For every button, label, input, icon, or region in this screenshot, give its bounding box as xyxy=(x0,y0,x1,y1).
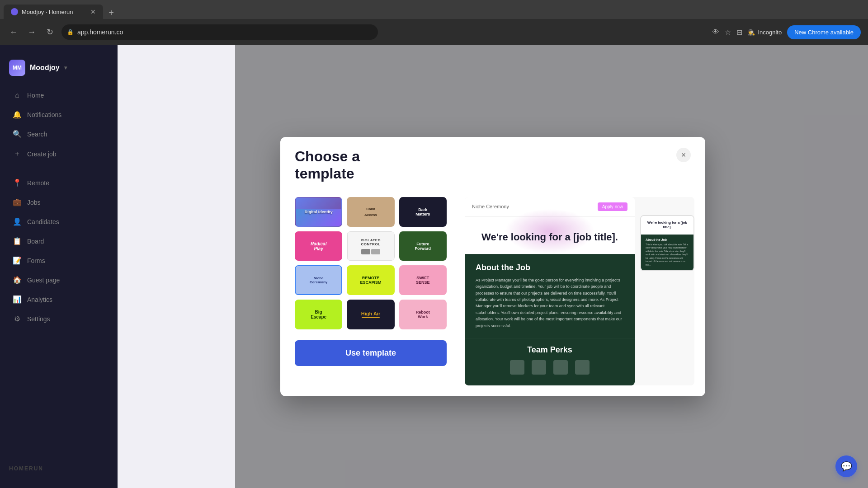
sidebar-section xyxy=(0,165,118,172)
template-card-dark-matters[interactable]: DarkMatters xyxy=(399,197,447,227)
sidebar-item-label: Remote xyxy=(27,179,49,187)
active-tab[interactable]: Moodjoy · Homerun ✕ xyxy=(4,5,103,19)
preview-perks: Team Perks xyxy=(465,338,635,385)
analytics-icon: 📊 xyxy=(13,295,22,304)
chat-icon: 💬 xyxy=(841,461,852,472)
lock-icon: 🔒 xyxy=(67,29,74,35)
preview-apply-button[interactable]: Apply now xyxy=(598,202,627,211)
guest-page-icon: 🏠 xyxy=(13,276,22,284)
sidebar-item-label: Analytics xyxy=(27,296,52,303)
sidebar-item-label: Jobs xyxy=(27,199,41,206)
toolbar-actions: 👁 ☆ ⊟ 🕵 Incognito New Chrome available xyxy=(712,25,861,39)
tracking-icon[interactable]: 👁 xyxy=(712,28,719,36)
template-card-swift-sense[interactable]: SWIFTSENSE xyxy=(399,265,447,295)
preview-company-name: Niche Ceremony xyxy=(472,204,509,209)
back-button[interactable]: ← xyxy=(7,28,20,37)
sidebar-item-label: Guest page xyxy=(27,277,60,284)
incognito-icon: 🕵 xyxy=(748,29,755,36)
sidebar-item-label: Create job xyxy=(27,150,57,158)
sidebar-icon[interactable]: ⊟ xyxy=(736,28,742,37)
modal-body: Digital Identity Calm Access DarkMatters xyxy=(280,190,705,396)
choose-template-modal: Choose atemplate × Digital Identity xyxy=(280,137,705,396)
preview-hero-title: We're looking for a [job title]. xyxy=(476,231,624,243)
tab-title: Moodjoy · Homerun xyxy=(22,9,73,15)
preview-mobile-about: About the Job This is where you talk abo… xyxy=(641,235,693,271)
sidebar: MM Moodjoy ▾ ⌂ Home 🔔 Notifications 🔍 Se… xyxy=(0,45,118,488)
preview-perks-title: Team Perks xyxy=(476,345,624,355)
preview-perks-icons xyxy=(476,360,624,378)
perk-icon-4 xyxy=(575,360,590,375)
sidebar-item-label: Notifications xyxy=(27,111,61,118)
new-chrome-button[interactable]: New Chrome available xyxy=(787,25,861,39)
template-grid: Digital Identity Calm Access DarkMatters xyxy=(295,197,447,329)
template-card-digital-identity[interactable]: Digital Identity xyxy=(295,197,342,227)
preview-mobile: We're looking for a [job title]. About t… xyxy=(640,215,694,271)
brand-avatar: MM xyxy=(9,60,25,76)
sidebar-item-home[interactable]: ⌂ Home xyxy=(4,87,114,104)
sidebar-item-settings[interactable]: ⚙ Settings xyxy=(4,310,114,328)
browser-toolbar: ← → ↻ 🔒 app.homerun.co 👁 ☆ ⊟ 🕵 Incognito… xyxy=(0,19,868,45)
sidebar-item-board[interactable]: 📋 Board xyxy=(4,232,114,250)
sidebar-item-label: Forms xyxy=(27,257,45,264)
incognito-label: Incognito xyxy=(758,29,782,36)
perk-icon-2 xyxy=(532,360,546,375)
preview-side: Niche Ceremony Apply now We're looking f… xyxy=(461,190,705,396)
sidebar-brand: MM Moodjoy ▾ xyxy=(0,54,118,85)
sidebar-item-notifications[interactable]: 🔔 Notifications xyxy=(4,106,114,123)
modal-title: Choose atemplate xyxy=(295,148,360,183)
sidebar-item-create-job[interactable]: ＋ Create job xyxy=(4,145,114,163)
sidebar-item-label: Settings xyxy=(27,315,50,323)
remote-icon: 📍 xyxy=(13,178,22,187)
modal-close-button[interactable]: × xyxy=(676,148,691,162)
sidebar-item-jobs[interactable]: 💼 Jobs xyxy=(4,193,114,211)
sidebar-item-forms[interactable]: 📝 Forms xyxy=(4,252,114,269)
create-job-icon: ＋ xyxy=(13,149,22,159)
template-card-isolated-control[interactable]: ISOLATEDCONTROL xyxy=(347,231,394,261)
preview-mobile-hero: We're looking for a [job title]. xyxy=(641,216,693,235)
address-bar[interactable]: 🔒 app.homerun.co xyxy=(61,24,378,40)
settings-icon: ⚙ xyxy=(13,314,22,323)
browser-chrome: Moodjoy · Homerun ✕ + ← → ↻ 🔒 app.homeru… xyxy=(0,0,868,45)
preview-mobile-about-title: About the Job xyxy=(646,238,689,241)
preview-hero: We're looking for a [job title]. xyxy=(465,217,635,254)
reload-button[interactable]: ↻ xyxy=(43,27,56,37)
sidebar-item-guest-page[interactable]: 🏠 Guest page xyxy=(4,271,114,289)
template-card-future-forward[interactable]: FutureForward xyxy=(399,231,447,261)
template-card-radical-play[interactable]: RadicalPlay xyxy=(295,231,342,261)
incognito-button[interactable]: 🕵 Incognito xyxy=(748,29,782,36)
brand-name: Moodjoy xyxy=(30,64,60,72)
home-icon: ⌂ xyxy=(13,91,22,99)
main-area: MM Moodjoy ▾ ⌂ Home 🔔 Notifications 🔍 Se… xyxy=(0,45,868,488)
modal-header: Choose atemplate × xyxy=(280,137,705,190)
tab-close-button[interactable]: ✕ xyxy=(90,8,96,15)
sidebar-item-analytics[interactable]: 📊 Analytics xyxy=(4,291,114,308)
preview-about-title: About the Job xyxy=(476,263,624,272)
content-area: Choose atemplate × Digital Identity xyxy=(118,45,868,488)
preview-about-text: As Project Manager you'll be the go-to p… xyxy=(476,277,624,329)
template-card-calm-access[interactable]: Calm Access xyxy=(347,197,394,227)
chat-button[interactable]: 💬 xyxy=(835,455,857,477)
template-card-high-air[interactable]: High Air xyxy=(347,300,394,329)
use-template-button[interactable]: Use template xyxy=(295,340,447,366)
perk-icon-3 xyxy=(553,360,568,375)
new-tab-button[interactable]: + xyxy=(105,6,118,19)
tab-bar: Moodjoy · Homerun ✕ + xyxy=(0,0,868,19)
preview-container: Niche Ceremony Apply now We're looking f… xyxy=(465,197,694,385)
forward-button[interactable]: → xyxy=(25,28,38,37)
preview-mobile-hero-title: We're looking for a [job title]. xyxy=(646,221,689,230)
template-card-remote-escapism[interactable]: REMOTEESCAPISM xyxy=(347,265,394,295)
notifications-icon: 🔔 xyxy=(13,110,22,119)
template-card-big-escape[interactable]: BigEscape xyxy=(295,300,342,329)
template-card-niche-ceremony[interactable]: NicheCeremony xyxy=(295,265,342,295)
sidebar-item-label: Search xyxy=(27,131,47,138)
candidates-icon: 👤 xyxy=(13,217,22,226)
template-card-reboot-work[interactable]: RebootWork xyxy=(399,300,447,329)
bookmark-icon[interactable]: ☆ xyxy=(725,28,731,37)
sidebar-item-remote[interactable]: 📍 Remote xyxy=(4,174,114,192)
sidebar-item-candidates[interactable]: 👤 Candidates xyxy=(4,213,114,230)
logo-text: HOMERUN xyxy=(9,465,43,472)
sidebar-item-label: Board xyxy=(27,238,44,245)
brand-dropdown-icon: ▾ xyxy=(64,65,67,71)
sidebar-logo: HOMERUN xyxy=(0,458,118,479)
sidebar-item-search[interactable]: 🔍 Search xyxy=(4,125,114,143)
